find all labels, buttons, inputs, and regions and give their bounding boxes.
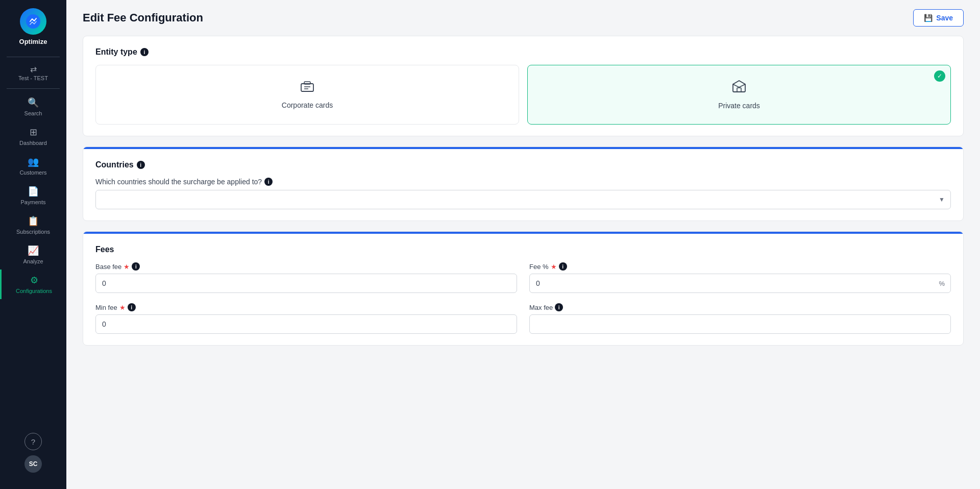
fees-title: Fees	[95, 245, 951, 254]
min-fee-input[interactable]	[95, 314, 517, 334]
avatar[interactable]: SC	[24, 455, 42, 473]
countries-section: Countries i Which countries should the s…	[83, 146, 964, 221]
sidebar-bottom: ? SC	[24, 433, 42, 481]
countries-field-info-icon[interactable]: i	[264, 178, 273, 186]
page-title: Edit Fee Configuration	[83, 11, 203, 25]
max-fee-info-icon[interactable]: i	[555, 303, 563, 311]
countries-select-wrapper: All countries United States United Kingd…	[95, 190, 951, 209]
corporate-icon	[300, 80, 314, 96]
sidebar-item-dashboard[interactable]: ⊞ Dashboard	[0, 121, 66, 151]
help-icon: ?	[31, 437, 35, 446]
min-fee-input-wrapper	[95, 314, 517, 334]
sidebar-divider	[7, 57, 60, 57]
content-area: Entity type i	[66, 32, 980, 362]
app-name: Optimize	[19, 38, 47, 45]
countries-select[interactable]: All countries United States United Kingd…	[95, 190, 951, 209]
help-button[interactable]: ?	[24, 433, 42, 450]
fees-body: Fees Base fee ★ i	[83, 234, 963, 345]
sidebar-item-subscriptions[interactable]: 📋 Subscriptions	[0, 210, 66, 240]
save-button[interactable]: 💾 Save	[913, 9, 964, 27]
topbar: Edit Fee Configuration 💾 Save	[66, 0, 980, 32]
payments-icon: 📄	[28, 186, 39, 197]
min-fee-field: Min fee ★ i	[95, 303, 517, 334]
countries-body: Countries i Which countries should the s…	[83, 149, 963, 221]
base-fee-label: Base fee ★ i	[95, 262, 517, 271]
sidebar-env: ⇄ Test - TEST	[18, 60, 48, 85]
selected-check-icon: ✓	[934, 70, 945, 82]
entity-type-cards: Corporate cards ✓ Private cards	[95, 65, 951, 125]
base-fee-input[interactable]	[95, 274, 517, 293]
save-icon: 💾	[924, 14, 933, 22]
max-fee-field: Max fee i	[529, 303, 951, 334]
svg-rect-2	[304, 82, 310, 84]
sidebar-item-configurations[interactable]: ⚙ Configurations	[0, 270, 66, 299]
analyze-icon: 📈	[28, 245, 39, 256]
svg-rect-5	[737, 88, 741, 92]
fee-percent-field: Fee % ★ i %	[529, 262, 951, 293]
countries-title: Countries i	[95, 160, 951, 169]
fee-percent-label: Fee % ★ i	[529, 262, 951, 271]
main-content: Edit Fee Configuration 💾 Save Entity typ…	[66, 0, 980, 489]
entity-type-info-icon[interactable]: i	[140, 48, 149, 56]
sidebar-item-customers[interactable]: 👥 Customers	[0, 151, 66, 181]
min-fee-label: Min fee ★ i	[95, 303, 517, 311]
fees-row-1: Base fee ★ i Fee % ★ i	[95, 262, 951, 293]
max-fee-input[interactable]	[529, 314, 951, 334]
base-fee-input-wrapper	[95, 274, 517, 293]
countries-field-label: Which countries should the surcharge be …	[95, 178, 951, 186]
sidebar-divider-2	[7, 88, 60, 89]
fee-percent-info-icon[interactable]: i	[559, 262, 567, 271]
svg-point-0	[26, 14, 40, 29]
svg-rect-1	[301, 84, 313, 91]
search-icon: 🔍	[28, 97, 39, 108]
app-logo[interactable]	[20, 8, 46, 35]
fee-percent-input-wrapper: %	[529, 274, 951, 293]
entity-card-private[interactable]: ✓ Private cards	[527, 65, 951, 125]
countries-info-icon[interactable]: i	[137, 161, 145, 169]
max-fee-input-wrapper	[529, 314, 951, 334]
min-fee-required: ★	[119, 304, 126, 311]
base-fee-info-icon[interactable]: i	[132, 262, 140, 271]
sidebar: Optimize ⇄ Test - TEST 🔍 Search ⊞ Dashbo…	[0, 0, 66, 489]
sidebar-item-analyze[interactable]: 📈 Analyze	[0, 240, 66, 270]
entity-type-title: Entity type i	[95, 47, 951, 57]
entity-type-section: Entity type i	[83, 36, 964, 136]
min-fee-info-icon[interactable]: i	[128, 303, 136, 311]
max-fee-label: Max fee i	[529, 303, 951, 311]
subscriptions-icon: 📋	[28, 215, 39, 227]
dashboard-icon: ⊞	[30, 127, 37, 138]
fees-row-2: Min fee ★ i Max fee i	[95, 303, 951, 334]
entity-type-body: Entity type i	[83, 36, 963, 136]
sidebar-item-payments[interactable]: 📄 Payments	[0, 181, 66, 210]
sidebar-item-search[interactable]: 🔍 Search	[0, 92, 66, 121]
entity-card-corporate[interactable]: Corporate cards	[95, 65, 519, 125]
fees-section: Fees Base fee ★ i	[83, 231, 964, 346]
private-icon	[732, 80, 746, 96]
customers-icon: 👥	[28, 156, 39, 167]
fee-percent-required: ★	[551, 263, 557, 271]
base-fee-field: Base fee ★ i	[95, 262, 517, 293]
fee-percent-input[interactable]	[529, 274, 951, 293]
configurations-icon: ⚙	[30, 275, 38, 286]
base-fee-required: ★	[124, 263, 130, 271]
